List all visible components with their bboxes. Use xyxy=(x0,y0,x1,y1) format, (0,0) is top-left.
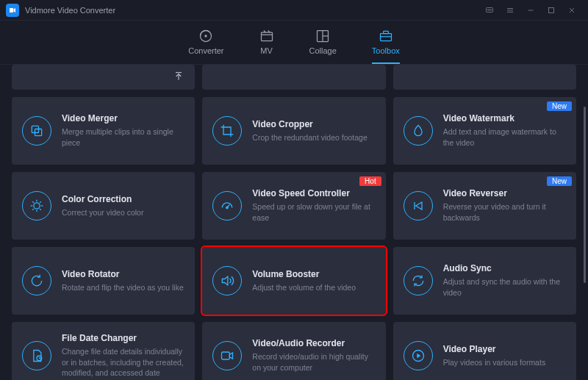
tool-title: Video Cropper xyxy=(252,119,375,129)
tool-video-merger[interactable]: Video Merger Merge multiple clips into a… xyxy=(12,97,195,165)
color-icon xyxy=(22,191,51,221)
speed-icon xyxy=(212,191,242,221)
tool-title: File Date Changer xyxy=(62,333,184,343)
tool-title: Video Reverser xyxy=(443,188,566,198)
mv-icon xyxy=(259,29,274,43)
record-icon xyxy=(212,341,242,370)
tool-desc: Speed up or slow down your file at ease xyxy=(252,201,375,223)
svg-rect-8 xyxy=(549,7,554,12)
tool-video-rotator[interactable]: Video Rotator Rotate and flip the video … xyxy=(12,247,195,315)
close-button[interactable] xyxy=(562,3,582,18)
toolbox-icon xyxy=(379,29,393,43)
tool-title: Volume Booster xyxy=(252,269,375,279)
scrollbar-thumb[interactable] xyxy=(584,107,586,283)
reverse-icon xyxy=(404,191,433,221)
svg-line-33 xyxy=(40,201,41,203)
collage-icon xyxy=(315,29,330,43)
feedback-button[interactable] xyxy=(479,3,500,18)
tool-video-reverser[interactable]: New Video Reverser Reverse your video an… xyxy=(393,172,576,240)
hot-badge: Hot xyxy=(359,176,381,186)
svg-rect-19 xyxy=(383,31,388,33)
svg-line-41 xyxy=(39,358,40,359)
toolbox-card-partial[interactable] xyxy=(393,65,576,90)
collapse-icon[interactable] xyxy=(171,69,186,84)
svg-point-25 xyxy=(34,203,40,209)
svg-point-3 xyxy=(491,10,492,10)
toolbox-card-partial[interactable] xyxy=(202,65,385,90)
tab-label: Toolbox xyxy=(372,46,400,55)
tool-desc: Play videos in various formats xyxy=(443,357,566,368)
tool-desc: Change file date details individually or… xyxy=(62,346,184,379)
tab-label: Converter xyxy=(188,46,223,55)
tab-collage[interactable]: Collage xyxy=(309,29,337,64)
tool-audio-sync[interactable]: Audio Sync Adjust and sync the audio wit… xyxy=(393,247,576,315)
svg-line-30 xyxy=(32,201,34,203)
tab-mv[interactable]: MV xyxy=(259,29,274,64)
tool-desc: Correct your video color xyxy=(62,207,184,218)
svg-marker-36 xyxy=(415,202,421,209)
svg-rect-18 xyxy=(380,34,391,41)
tool-title: Audio Sync xyxy=(443,263,566,273)
main-tabs: Converter MV Collage Toolbox xyxy=(0,21,588,65)
maximize-button[interactable] xyxy=(541,3,562,18)
new-badge: New xyxy=(547,176,572,186)
svg-point-12 xyxy=(205,35,207,37)
menu-button[interactable] xyxy=(500,3,520,18)
new-badge: New xyxy=(547,101,572,111)
merge-icon xyxy=(22,116,51,146)
svg-point-35 xyxy=(226,207,229,209)
tool-video-cropper[interactable]: Video Cropper Crop the redundant video f… xyxy=(202,97,385,165)
tool-title: Video Speed Controller xyxy=(252,188,375,198)
svg-rect-13 xyxy=(261,32,272,41)
tool-desc: Record video/audio in high quality on yo… xyxy=(252,351,375,373)
tool-desc: Reverse your video and turn it backwards xyxy=(443,201,566,223)
play-icon xyxy=(404,341,433,370)
tool-title: Video Merger xyxy=(62,113,184,123)
tool-speed-controller[interactable]: Hot Video Speed Controller Speed up or s… xyxy=(202,172,385,240)
tool-desc: Adjust the volume of the video xyxy=(252,282,375,293)
minimize-button[interactable] xyxy=(520,3,541,18)
volume-icon xyxy=(212,266,242,295)
file-date-icon xyxy=(22,341,51,370)
tool-video-watermark[interactable]: New Video Watermark Add text and image w… xyxy=(393,97,576,165)
tab-converter[interactable]: Converter xyxy=(188,29,223,64)
svg-line-32 xyxy=(32,209,34,210)
watermark-icon xyxy=(404,116,433,146)
rotate-icon xyxy=(22,266,51,295)
tab-label: MV xyxy=(260,46,273,55)
tool-desc: Merge multiple clips into a single piece xyxy=(62,126,184,148)
tool-desc: Adjust and sync the audio with the video xyxy=(443,276,566,298)
tool-video-player[interactable]: Video Player Play videos in various form… xyxy=(393,322,576,380)
tool-desc: Crop the redundant video footage xyxy=(252,132,375,143)
crop-icon xyxy=(212,116,242,146)
scrollbar[interactable] xyxy=(584,107,586,364)
tool-color-correction[interactable]: Color Correction Correct your video colo… xyxy=(12,172,195,240)
sync-icon xyxy=(404,266,433,295)
tool-title: Video Player xyxy=(443,344,566,354)
tool-desc: Rotate and flip the video as you like xyxy=(62,282,184,293)
app-logo xyxy=(6,4,19,17)
tool-volume-booster[interactable]: Volume Booster Adjust the volume of the … xyxy=(202,247,385,315)
tab-toolbox[interactable]: Toolbox xyxy=(372,29,400,64)
tool-title: Video Watermark xyxy=(443,113,566,123)
tool-title: Video Rotator xyxy=(62,269,184,279)
tool-title: Video/Audio Recorder xyxy=(252,338,375,348)
svg-line-31 xyxy=(40,209,41,210)
toolbox-content: Video Merger Merge multiple clips into a… xyxy=(0,65,588,380)
svg-marker-38 xyxy=(223,276,229,285)
app-title: Vidmore Video Converter xyxy=(25,6,115,15)
titlebar: Vidmore Video Converter xyxy=(0,0,588,21)
tool-recorder[interactable]: Video/Audio Recorder Record video/audio … xyxy=(202,322,385,380)
svg-point-2 xyxy=(490,10,490,10)
svg-point-1 xyxy=(488,10,489,10)
tool-title: Color Correction xyxy=(62,194,184,204)
tool-file-date-changer[interactable]: File Date Changer Change file date detai… xyxy=(12,322,195,380)
toolbox-card-partial[interactable] xyxy=(12,65,195,90)
tab-label: Collage xyxy=(309,46,337,55)
svg-rect-42 xyxy=(222,352,230,359)
tool-desc: Add text and image watermark to the vide… xyxy=(443,126,566,148)
converter-icon xyxy=(198,29,213,43)
svg-marker-45 xyxy=(417,354,420,359)
